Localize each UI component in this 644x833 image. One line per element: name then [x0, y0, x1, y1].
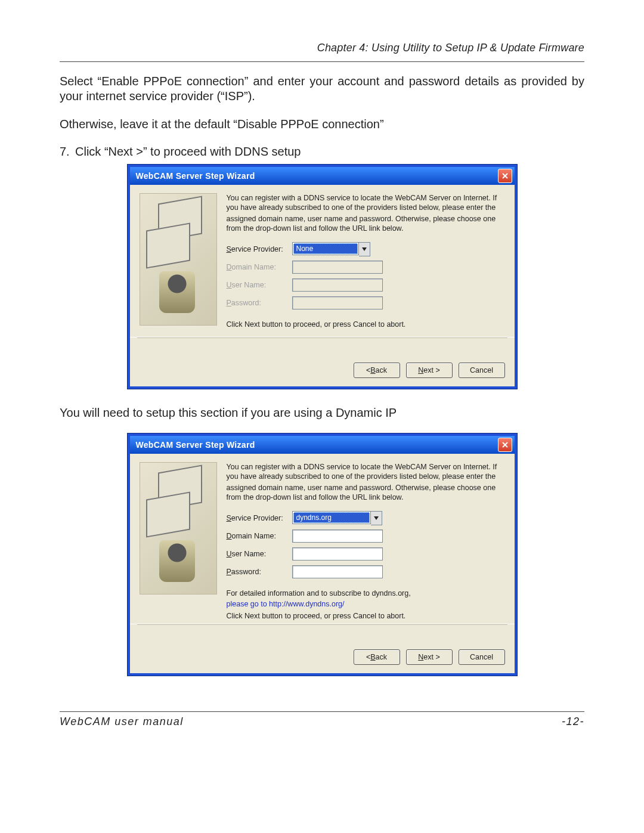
dropdown-value: None	[293, 243, 358, 254]
user-name-field	[292, 278, 383, 292]
label-user-name: User Name:	[227, 281, 292, 289]
dyndns-link[interactable]: please go to http://www.dyndns.org/	[227, 600, 505, 608]
paragraph-dynamic-ip: You will need to setup this section if y…	[60, 405, 584, 420]
intro-line-1: You can register with a DDNS service to …	[227, 462, 505, 482]
service-provider-dropdown[interactable]: dyndns.org	[292, 511, 382, 525]
label-password: Password:	[227, 299, 292, 307]
back-button[interactable]: < Back	[354, 363, 400, 378]
footer-page: -12-	[562, 716, 584, 728]
step-text: Click “Next >” to proceed with DDNS setu…	[75, 145, 584, 159]
domain-name-field[interactable]	[292, 529, 383, 543]
footer-rule	[60, 711, 584, 712]
chevron-down-icon	[374, 516, 379, 520]
intro-line-2: assigned domain name, user name and pass…	[227, 483, 505, 503]
wizard-dialog-ddns-none: WebCAM Server Step Wizard You can regist…	[128, 165, 517, 389]
step-number: 7.	[60, 145, 75, 159]
label-password: Password:	[227, 568, 292, 576]
header-rule	[60, 61, 584, 62]
intro-line-2: assigned domain name, user name and pass…	[227, 214, 505, 234]
wizard-image	[140, 193, 217, 326]
label-service-provider: Service Provider:	[227, 514, 292, 522]
paragraph-pppoe-disable: Otherwise, leave it at the default “Disa…	[60, 117, 584, 132]
password-field[interactable]	[292, 565, 383, 578]
close-button[interactable]	[498, 438, 512, 452]
footer-left: WebCAM user manual	[60, 716, 562, 728]
label-domain-name: Domain Name:	[227, 532, 292, 540]
dropdown-arrow[interactable]	[371, 511, 382, 525]
titlebar-text: WebCAM Server Step Wizard	[136, 171, 255, 181]
proceed-text: Click Next button to proceed, or press C…	[227, 320, 505, 329]
service-provider-dropdown[interactable]: None	[292, 242, 370, 256]
proceed-text: Click Next button to proceed, or press C…	[227, 612, 505, 620]
close-icon	[501, 172, 509, 179]
label-user-name: User Name:	[227, 550, 292, 558]
cancel-button[interactable]: Cancel	[459, 363, 505, 378]
titlebar-text: WebCAM Server Step Wizard	[136, 440, 255, 450]
next-button[interactable]: Next >	[406, 649, 453, 665]
close-icon	[501, 441, 509, 448]
chapter-header: Chapter 4: Using Utility to Setup IP & U…	[60, 42, 584, 54]
next-button[interactable]: Next >	[406, 363, 453, 378]
detail-text: For detailed information and to subscrib…	[227, 589, 505, 597]
dropdown-arrow[interactable]	[359, 242, 370, 256]
dropdown-value: dyndns.org	[293, 512, 370, 523]
titlebar[interactable]: WebCAM Server Step Wizard	[130, 436, 515, 454]
password-field	[292, 296, 383, 309]
paragraph-pppoe-enable: Select “Enable PPPoE connection” and ent…	[60, 74, 584, 104]
cancel-button[interactable]: Cancel	[459, 649, 505, 665]
step-7: 7. Click “Next >” to proceed with DDNS s…	[60, 145, 584, 159]
close-button[interactable]	[498, 169, 512, 183]
back-button[interactable]: < Back	[354, 649, 400, 665]
titlebar[interactable]: WebCAM Server Step Wizard	[130, 167, 515, 185]
label-domain-name: Domain Name:	[227, 263, 292, 271]
domain-name-field	[292, 261, 383, 274]
intro-line-1: You can register with a DDNS service to …	[227, 193, 505, 213]
label-service-provider: Service Provider:	[227, 245, 292, 253]
chevron-down-icon	[362, 247, 367, 251]
wizard-image	[140, 462, 217, 594]
wizard-dialog-ddns-dyndns: WebCAM Server Step Wizard You can regist…	[128, 433, 517, 676]
user-name-field[interactable]	[292, 547, 383, 561]
